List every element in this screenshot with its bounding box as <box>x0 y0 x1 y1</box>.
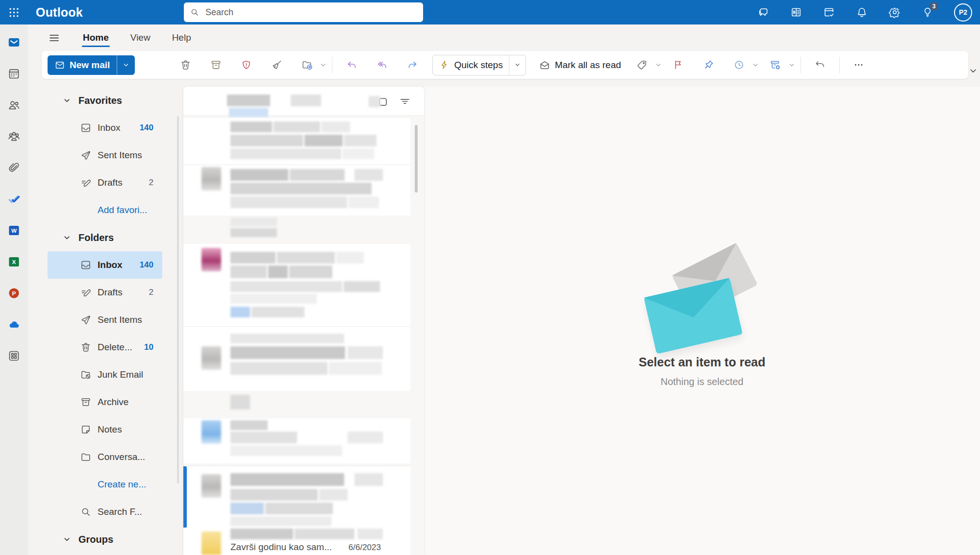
quick-steps-dropdown-icon[interactable] <box>509 61 526 69</box>
folder-inbox[interactable]: Inbox140 <box>48 114 162 142</box>
rail-word-icon[interactable]: W <box>0 215 28 246</box>
tab-help[interactable]: Help <box>167 27 196 48</box>
notifications-bell-icon[interactable] <box>855 6 868 19</box>
redacted-text-line <box>230 135 377 146</box>
sender-avatar <box>201 420 221 444</box>
settings-gear-icon[interactable] <box>888 6 901 19</box>
mark-all-read-button[interactable]: Mark all as read <box>533 55 627 75</box>
teams-chat-icon[interactable] <box>757 6 770 19</box>
reply-button[interactable] <box>340 55 363 75</box>
redacted-date-chunk <box>354 473 383 486</box>
rail-powerpoint-icon[interactable]: P <box>0 277 28 309</box>
redacted-text-line <box>230 252 364 264</box>
folder-sent-items[interactable]: Sent Items <box>48 306 162 334</box>
unread-count: 2 <box>149 178 162 188</box>
rail-people-icon[interactable] <box>0 89 28 121</box>
folder-drafts[interactable]: Drafts2 <box>48 279 162 306</box>
list-group-divider[interactable] <box>183 391 410 415</box>
link-add-favori[interactable]: Add favori... <box>48 196 162 224</box>
toolbar-divider <box>839 57 840 73</box>
rail-onedrive-icon[interactable] <box>0 309 28 340</box>
search-input[interactable] <box>204 7 417 18</box>
my-day-icon[interactable] <box>823 6 835 19</box>
flag-button[interactable] <box>667 55 690 75</box>
rail-more-apps-icon[interactable] <box>0 340 28 371</box>
email-list-item[interactable] <box>183 418 410 463</box>
rail-mail-icon[interactable] <box>0 26 28 58</box>
new-mail-dropdown-icon[interactable] <box>117 55 135 75</box>
link-create-ne[interactable]: Create ne... <box>48 471 162 498</box>
folder-pane-scrollbar[interactable] <box>177 116 179 483</box>
snooze-dropdown-icon[interactable] <box>752 61 759 69</box>
tab-view[interactable]: View <box>126 27 155 48</box>
email-subject: Završi godinu kao sam... <box>230 542 332 553</box>
redacted-text-line <box>230 395 250 410</box>
folder-junk-email[interactable]: Junk Email <box>48 361 162 388</box>
pin-button[interactable] <box>698 55 720 75</box>
archive-button[interactable] <box>204 55 227 75</box>
filter-icon[interactable] <box>399 95 411 108</box>
snooze-button[interactable] <box>728 55 751 75</box>
collapse-ribbon-icon[interactable] <box>968 66 979 76</box>
section-header-folders[interactable]: Folders <box>48 224 162 251</box>
tips-lightbulb-icon[interactable]: 3 <box>921 6 934 19</box>
rail-calendar-icon[interactable] <box>0 58 28 89</box>
undo-button[interactable] <box>809 55 831 75</box>
report-button[interactable] <box>235 55 257 75</box>
rail-to-do-icon[interactable] <box>0 183 28 215</box>
more-options-button[interactable] <box>848 55 870 75</box>
forward-button[interactable] <box>401 55 424 75</box>
section-header-favorites[interactable]: Favorites <box>48 87 162 114</box>
feed-icon[interactable] <box>790 6 803 19</box>
rail-files-icon[interactable] <box>0 152 28 183</box>
rail-excel-icon[interactable]: X <box>0 246 28 277</box>
email-list-item[interactable] <box>183 165 410 216</box>
folder-delete[interactable]: Delete...10 <box>48 334 162 361</box>
email-list-item[interactable] <box>183 118 410 165</box>
redacted-text-line <box>230 228 277 237</box>
section-header-groups[interactable]: Groups <box>48 526 162 553</box>
app-title[interactable]: Outlook <box>36 5 83 20</box>
folder-inbox-selected[interactable]: Inbox140 <box>48 251 162 279</box>
categorize-dropdown-icon[interactable] <box>654 61 662 69</box>
list-group-divider[interactable] <box>183 216 410 240</box>
folder-drafts[interactable]: Drafts2 <box>48 169 162 196</box>
sender-avatar <box>201 346 221 370</box>
email-list-item[interactable] <box>183 466 410 529</box>
archive-settings-button[interactable] <box>764 55 787 75</box>
folder-sent-items[interactable]: Sent Items <box>48 142 162 169</box>
redacted-text-line <box>230 503 333 514</box>
email-list-item[interactable]: Završi godinu kao sam...6/6/2023 <box>183 529 410 555</box>
folder-conversa[interactable]: Conversa... <box>48 443 162 471</box>
rail-groups-icon[interactable] <box>0 121 28 152</box>
search-bar[interactable] <box>184 2 423 22</box>
reply-all-button[interactable] <box>371 55 393 75</box>
account-avatar[interactable]: P2 <box>954 3 972 22</box>
archive-settings-dropdown-icon[interactable] <box>788 61 796 69</box>
folder-pane: FavoritesInbox140Sent ItemsDrafts2Add fa… <box>28 87 183 555</box>
sweep-button[interactable] <box>265 55 288 75</box>
move-to-dropdown-icon[interactable] <box>319 61 327 69</box>
message-list-scrollbar[interactable] <box>415 125 418 193</box>
folder-search-f[interactable]: Search F... <box>48 498 162 526</box>
tab-home[interactable]: Home <box>78 27 114 48</box>
new-mail-button[interactable]: New mail <box>48 55 135 75</box>
quick-steps-label: Quick steps <box>454 60 503 71</box>
email-list-item[interactable] <box>183 326 410 391</box>
redacted-text-line <box>230 334 344 343</box>
email-list-item[interactable] <box>183 244 410 326</box>
delete-button[interactable] <box>174 55 197 75</box>
folder-archive[interactable]: Archive <box>48 388 162 416</box>
categorize-tag-button[interactable] <box>631 55 653 75</box>
select-messages-icon[interactable] <box>376 95 389 108</box>
redacted-date-chunk <box>354 169 383 181</box>
lightning-icon <box>439 59 450 71</box>
folder-notes[interactable]: Notes <box>48 416 162 443</box>
app-launcher-icon[interactable] <box>0 0 28 24</box>
top-app-bar: Outlook 3 P2 <box>0 0 980 24</box>
move-to-button[interactable] <box>296 55 318 75</box>
navigation-menu-icon[interactable] <box>47 30 61 45</box>
message-list: Završi godinu kao sam...6/6/2023 <box>183 87 424 555</box>
app-rail: WXP <box>0 24 28 555</box>
quick-steps-button[interactable]: Quick steps <box>432 55 526 75</box>
